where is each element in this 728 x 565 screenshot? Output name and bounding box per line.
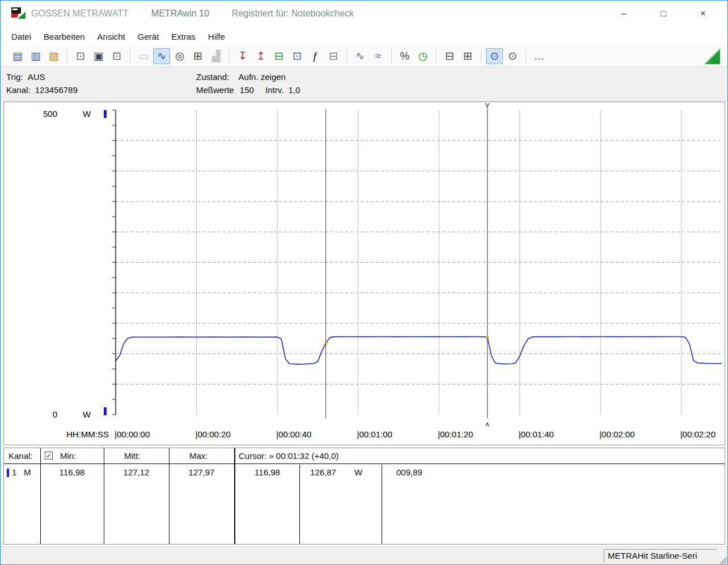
col-header-min: Min: (60, 451, 76, 461)
value-cursor2: 126,87 (303, 467, 343, 477)
titlebar-brand: GOSSEN METRAWATT (31, 9, 129, 19)
col-header-kanal: Kanal: (9, 451, 33, 461)
table-divider (40, 448, 41, 544)
svg-text:W: W (83, 109, 91, 119)
menubar: DateiBearbeitenAnsichtGerätExtrasHilfe (1, 27, 727, 46)
table-divider (234, 448, 235, 544)
close-button[interactable]: × (683, 1, 723, 27)
svg-text:|00:01:20: |00:01:20 (438, 429, 473, 439)
kanal-value: 123456789 (35, 85, 78, 95)
export-data-icon[interactable]: ⊡ (108, 48, 125, 64)
channel-color-bar (7, 469, 9, 477)
device-read-icon[interactable]: ↧ (234, 48, 251, 64)
checkmark-icon: ✓ (46, 452, 51, 459)
menu-ansicht[interactable]: Ansicht (91, 32, 132, 41)
chart-area[interactable]: 500W0WY∧HH:MM:SS|00:00:00|00:00:20|00:00… (3, 102, 725, 445)
svg-text:0: 0 (53, 410, 57, 419)
print-icon[interactable]: ⊟ (441, 48, 458, 64)
print-preview-icon[interactable]: ⊞ (459, 48, 476, 64)
table-header-row (4, 448, 725, 464)
col-header-max: Max: (189, 451, 208, 461)
value-max: 127,97 (169, 467, 234, 477)
toolbar-separator (481, 49, 481, 63)
intrv-label: Intrv. (265, 85, 283, 95)
window-controls: – □ × (604, 1, 723, 27)
col-header-cursor: Cursor: » 00:01:32 (+40,0) (239, 451, 338, 461)
svg-text:500: 500 (43, 109, 57, 119)
measurement-info-panel: Trig: AUS Kanal: 123456789 Zustand: Aufn… (1, 67, 727, 102)
timer-icon[interactable]: ◷ (414, 48, 431, 64)
value-mitt: 127,12 (104, 467, 169, 477)
svg-text:∧: ∧ (485, 420, 490, 428)
value-unit: W (354, 467, 362, 477)
svg-text:HH:MM:SS: HH:MM:SS (66, 429, 109, 439)
statusbar: METRAHit Starline-Seri (1, 546, 727, 564)
device-config-icon[interactable]: ⊡ (289, 48, 306, 64)
zoom-window-icon[interactable]: ⊙ (504, 48, 521, 64)
device-write-icon[interactable]: ↥ (252, 48, 269, 64)
table-divider (382, 465, 382, 544)
toolbar-separator (346, 49, 347, 63)
save-icon[interactable]: ▥ (27, 48, 44, 64)
app-logo-icon (11, 6, 26, 21)
channel-visible-checkbox[interactable]: ✓ (45, 452, 53, 459)
channel-number: 1 (12, 467, 16, 477)
channel-mode: M (24, 467, 31, 477)
menu-extras[interactable]: Extras (165, 32, 202, 41)
svg-text:|00:00:40: |00:00:40 (276, 429, 311, 439)
open-file-icon[interactable]: ▨ (45, 48, 62, 64)
toolbar-separator (526, 49, 526, 63)
device-display-icon[interactable]: ⊟ (270, 48, 287, 64)
trig-value: AUS (28, 72, 45, 82)
value-cursor1: 116,98 (235, 467, 299, 477)
svg-text:Y: Y (485, 102, 490, 110)
value-min: 116,98 (40, 467, 104, 477)
digital-display-view-icon: ▭ (135, 48, 152, 64)
annotation-icon[interactable]: … (531, 48, 548, 64)
svg-text:|00:02:00: |00:02:00 (599, 429, 634, 439)
toolbar-separator (130, 49, 130, 63)
toolbar-separator (67, 49, 67, 63)
kanal-label: Kanal: (6, 85, 31, 95)
zoom-time-icon[interactable]: ⊙ (486, 48, 503, 64)
titlebar-registration: Registriert für: Notebookcheck (232, 9, 354, 19)
titlebar-product: METRAwin 10 (151, 9, 209, 19)
scaling-icon[interactable]: % (396, 48, 413, 64)
trend-chart-view-icon[interactable]: ∿ (153, 48, 170, 64)
resize-grip-icon[interactable] (718, 555, 727, 564)
numeric-display-icon[interactable]: ⊟ (325, 48, 342, 64)
table-divider (104, 448, 104, 544)
stats-panel: Kanal: ✓ Min: Mitt: Max: Cursor: » 00:01… (3, 448, 725, 545)
device-name-box: METRAHit Starline-Seri (604, 549, 717, 563)
toolbar: ▤▥▨⊡▣⊡▭∿◎⊞▟↧↥⊟⊡ƒ⊟∿≈%◷⊟⊞⊙⊙… (1, 46, 727, 66)
toolbar-separator (436, 49, 437, 63)
menu-gert[interactable]: Gerät (132, 32, 166, 41)
connection-status-indicator (704, 48, 721, 65)
value-extra: 009,89 (396, 467, 422, 477)
col-header-mitt: Mitt: (124, 451, 140, 461)
svg-text:|00:00:00: |00:00:00 (115, 429, 150, 439)
maximize-button[interactable]: □ (644, 1, 683, 27)
snapshot-icon[interactable]: ▣ (90, 48, 107, 64)
curve-compress-icon[interactable]: ∿ (352, 48, 369, 64)
analog-display-view-icon[interactable]: ◎ (171, 48, 188, 64)
table-divider (169, 448, 170, 544)
save-as-icon[interactable]: ▤ (9, 48, 26, 64)
histogram-view-icon: ▟ (208, 48, 225, 64)
zustand-label: Zustand: (196, 72, 229, 82)
menu-hilfe[interactable]: Hilfe (202, 32, 231, 41)
minimize-button[interactable]: – (604, 1, 644, 27)
messwerte-label: Meßwerte (196, 85, 234, 95)
toolbar-separator (229, 49, 230, 63)
svg-text:|00:02:20: |00:02:20 (680, 429, 716, 439)
curve-envelope-icon[interactable]: ≈ (370, 48, 387, 64)
titlebar: GOSSEN METRAWATT METRAwin 10 Registriert… (1, 1, 727, 27)
menu-datei[interactable]: Datei (5, 32, 37, 41)
trig-label: Trig: (6, 72, 23, 82)
svg-text:|00:00:20: |00:00:20 (196, 429, 231, 439)
export-image-icon[interactable]: ⊡ (72, 48, 89, 64)
svg-text:|00:01:00: |00:01:00 (357, 429, 392, 439)
menu-bearbeiten[interactable]: Bearbeiten (37, 32, 91, 41)
table-view-icon[interactable]: ⊞ (189, 48, 206, 64)
formula-icon[interactable]: ƒ (307, 48, 324, 64)
